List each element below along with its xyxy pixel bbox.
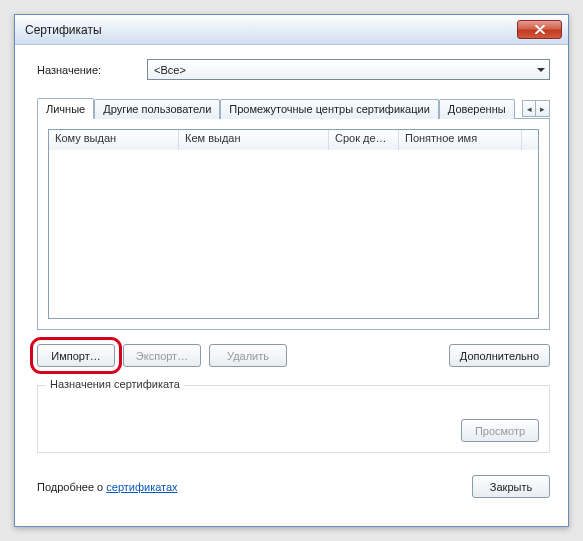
export-button[interactable]: Экспорт… [123, 344, 201, 367]
col-friendly-name[interactable]: Понятное имя [399, 130, 522, 150]
tab-scroll-left-button[interactable]: ◂ [522, 100, 536, 117]
tab-scroll-right-button[interactable]: ▸ [536, 100, 550, 117]
close-icon [535, 25, 545, 34]
import-button[interactable]: Импорт… [37, 344, 115, 367]
tab-intermediate-ca[interactable]: Промежуточные центры сертификации [220, 99, 438, 119]
advanced-button[interactable]: Дополнительно [449, 344, 550, 367]
title-bar: Сертификаты [15, 15, 568, 45]
purpose-label: Назначение: [37, 64, 147, 76]
purpose-row: Назначение: <Все> [37, 59, 550, 80]
cert-purposes-group: Назначения сертификата Просмотр [37, 385, 550, 453]
delete-button[interactable]: Удалить [209, 344, 287, 367]
action-button-row: Импорт… Экспорт… Удалить Дополнительно [37, 344, 550, 367]
chevron-down-icon [537, 68, 545, 72]
list-header: Кому выдан Кем выдан Срок де… Понятное и… [49, 130, 538, 150]
tab-trusted[interactable]: Доверенны [439, 99, 515, 119]
dialog-content: Назначение: <Все> Личные Другие пользова… [15, 45, 568, 512]
triangle-left-icon: ◂ [527, 104, 532, 114]
certificate-list[interactable]: Кому выдан Кем выдан Срок де… Понятное и… [48, 129, 539, 319]
col-expires[interactable]: Срок де… [329, 130, 399, 150]
view-button[interactable]: Просмотр [461, 419, 539, 442]
col-issued-to[interactable]: Кому выдан [49, 130, 179, 150]
dialog-footer: Подробнее о сертификатах Закрыть [37, 475, 550, 498]
purpose-value: <Все> [154, 64, 186, 76]
tab-other-users[interactable]: Другие пользователи [94, 99, 220, 119]
purpose-dropdown[interactable]: <Все> [147, 59, 550, 80]
learn-more-link[interactable]: сертификатах [106, 481, 177, 493]
col-overflow[interactable] [522, 130, 538, 150]
close-window-button[interactable] [517, 20, 562, 39]
window-title: Сертификаты [25, 23, 102, 37]
col-issued-by[interactable]: Кем выдан [179, 130, 329, 150]
tab-panel: Кому выдан Кем выдан Срок де… Понятное и… [37, 118, 550, 330]
learn-more-text: Подробнее о сертификатах [37, 481, 178, 493]
tab-strip: Личные Другие пользователи Промежуточные… [37, 94, 550, 118]
group-legend: Назначения сертификата [46, 378, 184, 390]
tab-personal[interactable]: Личные [37, 98, 94, 119]
tab-spinner: ◂ ▸ [522, 100, 550, 117]
triangle-right-icon: ▸ [540, 104, 545, 114]
certificates-dialog: Сертификаты Назначение: <Все> Личные Дру… [14, 14, 569, 527]
close-button[interactable]: Закрыть [472, 475, 550, 498]
